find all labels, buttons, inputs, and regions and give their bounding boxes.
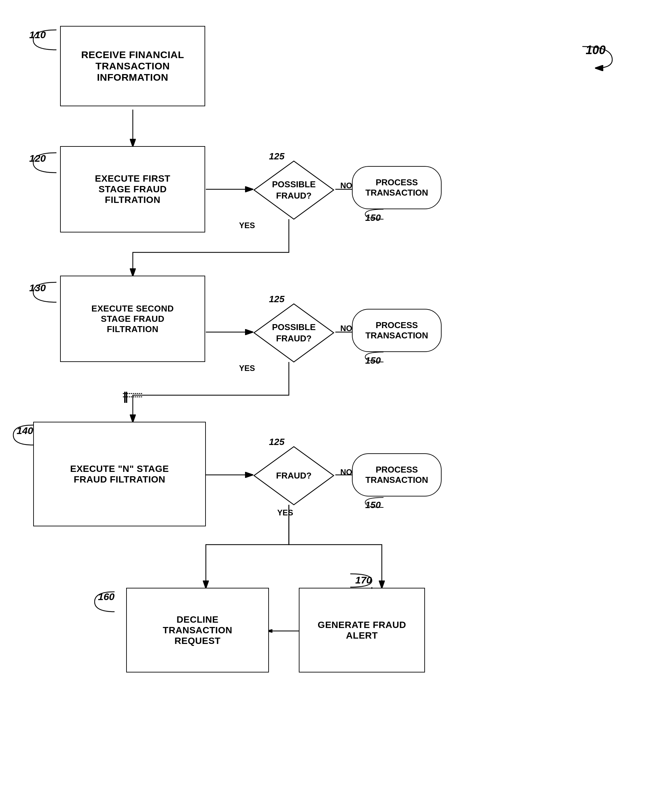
node-130: EXECUTE SECOND STAGE FRAUD FILTRATION	[60, 276, 205, 362]
yes-label-125b: YES	[239, 364, 255, 373]
label-125c: 125	[269, 437, 285, 447]
diamond-125a: POSSIBLEFRAUD?	[252, 159, 335, 221]
bracket-100	[573, 40, 639, 73]
label-125b: 125	[269, 294, 285, 304]
bracket-150a	[355, 206, 389, 222]
diamond-125a-label: POSSIBLEFRAUD?	[272, 179, 315, 202]
yes-label-125a: YES	[239, 221, 255, 230]
node-170-label: GENERATE FRAUD ALERT	[318, 620, 406, 641]
node-120: EXECUTE FIRST STAGE FRAUD FILTRATION	[60, 146, 205, 232]
node-170: GENERATE FRAUD ALERT	[299, 588, 425, 672]
process-150b: PROCESS TRANSACTION	[352, 309, 442, 352]
diamond-125c-label: FRAUD?	[276, 470, 312, 482]
process-150a-label: PROCESS TRANSACTION	[365, 178, 428, 198]
no-label-125a: NO	[340, 181, 352, 190]
bracket-170	[344, 571, 377, 590]
yes-label-125c: YES	[277, 508, 293, 517]
node-160-label: DECLINE TRANSACTION REQUEST	[163, 614, 232, 646]
bracket-120	[20, 149, 63, 176]
no-label-125c: NO	[340, 467, 352, 477]
bracket-150b	[355, 349, 389, 365]
node-130-label: EXECUTE SECOND STAGE FRAUD FILTRATION	[91, 304, 174, 334]
no-label-125b: NO	[340, 324, 352, 333]
bracket-130	[20, 279, 63, 306]
node-110: RECEIVE FINANCIAL TRANSACTION INFORMATIO…	[60, 26, 205, 106]
process-150b-label: PROCESS TRANSACTION	[365, 320, 428, 341]
flowchart-diagram: RECEIVE FINANCIAL TRANSACTION INFORMATIO…	[0, 0, 672, 800]
bracket-150c	[355, 494, 389, 511]
diamond-125b: POSSIBLEFRAUD?	[252, 302, 335, 364]
bracket-160	[86, 589, 120, 615]
node-140: EXECUTE "N" STAGE FRAUD FILTRATION	[33, 422, 206, 526]
diamond-125c: FRAUD?	[252, 445, 335, 506]
bracket-110	[20, 27, 63, 53]
arrows-layer	[0, 0, 672, 800]
process-150c-label: PROCESS TRANSACTION	[365, 465, 428, 485]
node-120-label: EXECUTE FIRST STAGE FRAUD FILTRATION	[95, 173, 170, 205]
node-110-label: RECEIVE FINANCIAL TRANSACTION INFORMATIO…	[81, 49, 184, 83]
process-150c: PROCESS TRANSACTION	[352, 453, 442, 496]
process-150a: PROCESS TRANSACTION	[352, 166, 442, 209]
bracket-140	[5, 422, 38, 448]
node-140-label: EXECUTE "N" STAGE FRAUD FILTRATION	[70, 464, 169, 485]
label-125a: 125	[269, 151, 285, 162]
ellipsis-separator: ‖	[123, 390, 130, 403]
diamond-125b-label: POSSIBLEFRAUD?	[272, 322, 315, 344]
node-160: DECLINE TRANSACTION REQUEST	[126, 588, 269, 672]
